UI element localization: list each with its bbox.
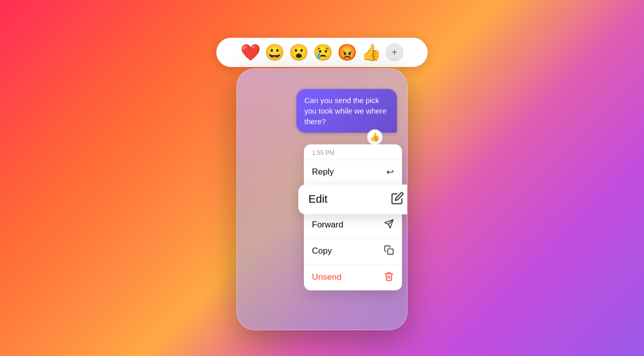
phone-screen: Can you send the pick you took while we … [236, 68, 408, 330]
reaction-emoji: 👍 [370, 132, 380, 142]
copy-label: Copy [312, 246, 332, 256]
message-reaction: 👍 [367, 129, 383, 145]
edit-menu-item[interactable]: Edit [298, 184, 408, 214]
copy-icon [384, 245, 394, 257]
unsend-label: Unsend [312, 272, 342, 282]
edit-menu-wrapper: Edit [298, 184, 408, 214]
reply-label: Reply [312, 167, 334, 177]
reply-icon: ↩ [386, 166, 394, 177]
forward-icon [384, 219, 394, 231]
phone-container: Can you send the pick you took while we … [236, 38, 408, 330]
edit-label: Edit [308, 193, 328, 206]
copy-menu-item[interactable]: Copy [304, 238, 402, 264]
phone-screen-inner: Can you send the pick you took while we … [237, 68, 407, 329]
message-text: Can you send the pick you took while we … [304, 96, 386, 125]
context-menu: 1:55 PM Reply ↩ Forward [304, 144, 402, 290]
svg-rect-2 [388, 249, 393, 254]
unsend-menu-item[interactable]: Unsend [304, 264, 402, 290]
edit-icon [391, 191, 404, 207]
unsend-icon [384, 271, 394, 283]
message-bubble: Can you send the pick you took while we … [296, 89, 397, 132]
reply-menu-item[interactable]: Reply ↩ [304, 159, 402, 184]
forward-menu-item[interactable]: Forward [304, 211, 402, 238]
context-menu-time: 1:55 PM [304, 144, 402, 159]
forward-label: Forward [312, 220, 343, 230]
